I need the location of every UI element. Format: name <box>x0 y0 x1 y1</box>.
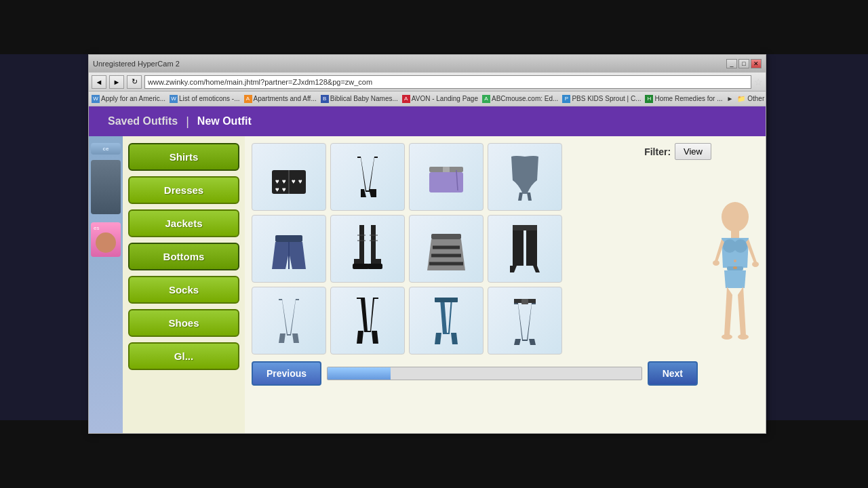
item-svg-3 <box>419 150 473 204</box>
main-area: ce es Shirts Dresses Jackets Bottoms Soc… <box>89 136 766 433</box>
svg-point-36 <box>734 260 736 262</box>
svg-point-27 <box>722 202 749 232</box>
item-7[interactable] <box>409 215 484 283</box>
minimize-button[interactable]: _ <box>726 59 737 68</box>
maximize-button[interactable]: □ <box>738 59 749 68</box>
svg-text:♥: ♥ <box>292 178 296 185</box>
sidebar-avatar-area <box>91 160 121 214</box>
left-sidebar: ce es <box>89 136 123 433</box>
next-button[interactable]: Next <box>648 361 698 386</box>
refresh-button[interactable]: ↻ <box>127 75 142 89</box>
item-svg-12 <box>498 293 552 348</box>
browser-controls: _ □ ✕ <box>726 59 762 68</box>
new-outfit-link[interactable]: New Outfit <box>189 115 260 127</box>
filter-label: Filter: <box>644 146 671 157</box>
bookmark-other[interactable]: ► <box>727 95 734 102</box>
bookmark-6[interactable]: A ABCmouse.com: Ed... <box>482 95 558 103</box>
bookmark-2[interactable]: W List of emoticons -... <box>170 95 239 103</box>
svg-rect-28 <box>731 230 739 238</box>
sidebar-pink-section: es <box>91 222 121 257</box>
bookmarks-bar: W Apply for an Americ... W List of emoti… <box>89 92 766 106</box>
item-10[interactable] <box>330 287 405 354</box>
item-svg-5 <box>262 222 316 276</box>
svg-rect-15 <box>368 264 382 269</box>
item-12[interactable] <box>488 287 562 354</box>
svg-point-35 <box>738 334 749 340</box>
bookmark-1[interactable]: W Apply for an Americ... <box>92 95 165 103</box>
progress-bar <box>327 367 642 380</box>
bookmark-folder[interactable]: 📁 Other bookmarks <box>737 95 766 102</box>
category-dresses[interactable]: Dresses <box>128 176 239 204</box>
saved-outfits-label: Saved Outfits <box>108 115 178 127</box>
bookmark-icon-1: W <box>92 95 100 103</box>
category-shoes[interactable]: Shoes <box>128 309 239 337</box>
character-svg <box>708 200 762 369</box>
item-svg-1: ♥ ♥ ♥ ♥ ♥ ♥ <box>262 150 316 204</box>
svg-point-37 <box>733 266 737 269</box>
bookmark-star[interactable]: ☆ <box>754 77 763 87</box>
svg-rect-26 <box>521 299 528 304</box>
bookmark-8[interactable]: H Home Remedies for ... <box>645 95 722 103</box>
item-svg-4 <box>498 150 552 204</box>
category-jackets[interactable]: Jackets <box>128 209 239 237</box>
items-grid: ♥ ♥ ♥ ♥ ♥ ♥ <box>252 143 698 354</box>
filter-area: Filter: View <box>644 143 711 160</box>
svg-text:♥: ♥ <box>298 178 302 185</box>
item-svg-8 <box>498 222 552 276</box>
svg-point-34 <box>722 334 732 340</box>
close-button[interactable]: ✕ <box>751 59 762 68</box>
bookmark-4[interactable]: B Biblical Baby Names... <box>321 95 398 103</box>
item-4[interactable] <box>488 143 562 211</box>
items-area: ♥ ♥ ♥ ♥ ♥ ♥ <box>245 136 705 433</box>
browser-titlebar: Unregistered HyperCam 2 _ □ ✕ <box>89 55 766 73</box>
item-8[interactable] <box>488 215 562 283</box>
bookmark-3[interactable]: A Apartments and Aff... <box>244 95 317 103</box>
nav-controls: Previous Next <box>252 361 698 386</box>
category-bottoms[interactable]: Bottoms <box>128 243 239 270</box>
item-svg-6 <box>340 222 395 276</box>
bookmark-icon-2: W <box>170 95 178 103</box>
svg-point-32 <box>713 260 719 266</box>
item-6[interactable] <box>330 215 405 283</box>
category-panel: Shirts Dresses Jackets Bottoms Socks Sho… <box>123 136 245 433</box>
svg-rect-25 <box>435 298 458 302</box>
svg-rect-12 <box>275 235 302 242</box>
item-5[interactable] <box>252 215 326 283</box>
sidebar-avatar-head <box>96 232 116 253</box>
browser-window: Unregistered HyperCam 2 _ □ ✕ ◄ ► ↻ ☆ W … <box>88 54 766 434</box>
item-1[interactable]: ♥ ♥ ♥ ♥ ♥ ♥ <box>252 143 326 211</box>
svg-rect-20 <box>431 234 461 239</box>
bookmark-icon-8: H <box>645 95 653 103</box>
item-3[interactable] <box>409 143 484 211</box>
svg-text:♥: ♥ <box>282 178 286 185</box>
item-2[interactable] <box>330 143 405 211</box>
view-button[interactable]: View <box>675 143 711 160</box>
item-9[interactable] <box>252 287 326 354</box>
page-header: Saved Outfits | New Outfit <box>89 106 766 136</box>
bookmark-5[interactable]: A AVON - Landing Page <box>402 95 478 103</box>
item-svg-11 <box>419 293 473 348</box>
svg-text:♥: ♥ <box>275 186 279 193</box>
item-svg-7 <box>419 222 473 276</box>
svg-text:♥: ♥ <box>275 178 279 185</box>
bookmark-7[interactable]: P PBS KIDS Sprout | C... <box>562 95 641 103</box>
item-svg-9 <box>262 293 316 348</box>
category-gl[interactable]: Gl... <box>128 342 239 370</box>
previous-button[interactable]: Previous <box>252 361 321 386</box>
svg-point-30 <box>734 239 747 253</box>
page-content: Saved Outfits | New Outfit Filter: View … <box>89 106 766 433</box>
bookmark-icon-6: A <box>482 95 490 103</box>
browser-title: Unregistered HyperCam 2 <box>93 60 180 68</box>
item-11[interactable] <box>409 287 484 354</box>
svg-text:♥: ♥ <box>282 186 286 193</box>
address-bar[interactable] <box>144 75 751 89</box>
category-shirts[interactable]: Shirts <box>128 143 239 171</box>
svg-rect-14 <box>353 264 369 269</box>
svg-point-33 <box>752 262 759 267</box>
category-socks[interactable]: Socks <box>128 276 239 304</box>
progress-fill <box>328 367 391 380</box>
sidebar-section-1: ce <box>91 143 121 155</box>
back-button[interactable]: ◄ <box>92 75 106 89</box>
forward-button[interactable]: ► <box>109 75 124 89</box>
saved-outfits-link[interactable]: Saved Outfits <box>100 115 186 127</box>
